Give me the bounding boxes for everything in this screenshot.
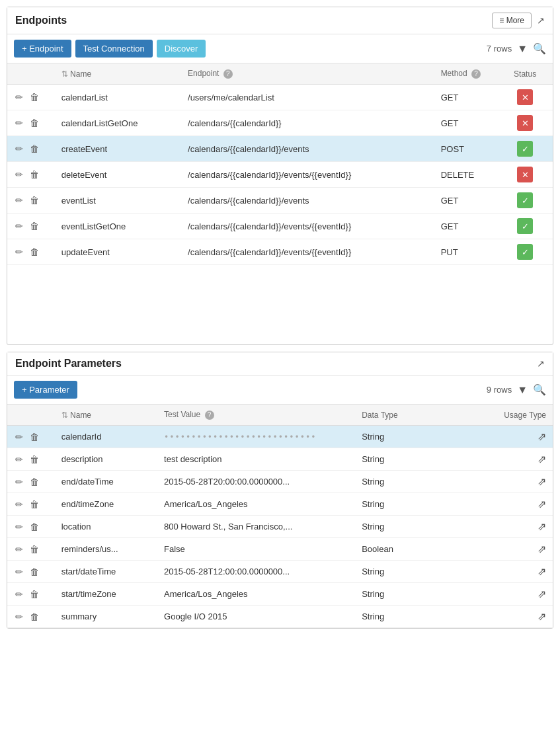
delete-icon[interactable]: 🗑 <box>28 247 40 257</box>
endpoint-row: ✏ 🗑 createEvent /calendars/{{calendarId}… <box>7 136 553 162</box>
param-test-value-cell: America/Los_Angeles <box>157 583 355 606</box>
endpoints-panel-title: Endpoints <box>15 15 67 26</box>
external-link-icon[interactable]: ⇗ <box>538 588 546 600</box>
row-actions: ✏ 🗑 <box>7 110 55 136</box>
edit-icon[interactable]: ✏ <box>14 143 24 154</box>
endpoint-path: /calendars/{{calendarId}} <box>181 110 434 136</box>
param-usage-type: ⇗ <box>473 493 553 516</box>
params-search-icon[interactable]: 🔍 <box>533 383 546 396</box>
param-row: ✏ 🗑 end/dateTime 2015-05-28T20:00:00.000… <box>7 471 553 493</box>
param-edit-icon[interactable]: ✏ <box>14 454 24 465</box>
params-col-header-datatype: Data Type <box>355 405 473 426</box>
endpoint-status: ✕ <box>497 162 553 188</box>
param-row: ✏ 🗑 summary Google I/O 2015 String ⇗ <box>7 606 553 628</box>
param-row-actions: ✏ 🗑 <box>7 426 55 448</box>
test-connection-button[interactable]: Test Connection <box>75 40 153 58</box>
param-edit-icon[interactable]: ✏ <box>14 589 24 600</box>
discover-button[interactable]: Discover <box>157 40 206 58</box>
param-data-type: String <box>355 471 473 493</box>
param-delete-icon[interactable]: 🗑 <box>28 567 40 577</box>
external-link-icon[interactable]: ⇗ <box>538 611 546 622</box>
add-parameter-button[interactable]: + Parameter <box>14 381 77 399</box>
param-delete-icon[interactable]: 🗑 <box>28 454 40 465</box>
param-delete-icon[interactable]: 🗑 <box>28 589 40 600</box>
external-link-icon[interactable]: ⇗ <box>538 543 546 555</box>
test-value: False <box>164 544 185 554</box>
method-help-icon[interactable]: ? <box>471 69 481 79</box>
col-header-status: Status <box>497 63 553 85</box>
param-row-actions: ✏ 🗑 <box>7 471 55 493</box>
delete-icon[interactable]: 🗑 <box>28 118 40 128</box>
external-link-icon[interactable]: ⇗ <box>538 521 546 532</box>
delete-icon[interactable]: 🗑 <box>28 221 40 231</box>
col-header-name: ⇅ Name <box>55 63 181 85</box>
param-delete-icon[interactable]: 🗑 <box>28 544 40 555</box>
search-icon[interactable]: 🔍 <box>533 42 546 55</box>
params-toolbar-right: 9 rows ▼ 🔍 <box>487 383 546 396</box>
params-sort-icon[interactable]: ⇅ <box>61 411 68 420</box>
delete-icon[interactable]: 🗑 <box>28 195 40 206</box>
params-col-header-name: ⇅ Name <box>55 405 157 426</box>
delete-icon[interactable]: 🗑 <box>28 143 40 154</box>
param-edit-icon[interactable]: ✏ <box>14 544 24 555</box>
params-expand-icon[interactable]: ↗ <box>537 358 545 369</box>
test-value: 2015-05-28T12:00:00.0000000... <box>164 567 290 576</box>
endpoints-table-body: ✏ 🗑 calendarList /users/me/calendarList … <box>7 85 553 265</box>
param-delete-icon[interactable]: 🗑 <box>28 477 40 487</box>
endpoint-help-icon[interactable]: ? <box>223 69 233 79</box>
more-button[interactable]: ≡ More <box>492 13 532 28</box>
param-data-type: String <box>355 606 473 628</box>
delete-icon[interactable]: 🗑 <box>28 92 40 102</box>
param-delete-icon[interactable]: 🗑 <box>28 611 40 622</box>
edit-icon[interactable]: ✏ <box>14 118 24 128</box>
edit-icon[interactable]: ✏ <box>14 221 24 231</box>
edit-icon[interactable]: ✏ <box>14 169 24 180</box>
param-test-value-cell: False <box>157 538 355 561</box>
edit-icon[interactable]: ✏ <box>14 92 24 102</box>
param-test-value-cell: 2015-05-28T20:00:00.0000000... <box>157 471 355 493</box>
external-link-icon[interactable]: ⇗ <box>538 431 546 442</box>
status-success-icon: ✓ <box>517 192 533 208</box>
param-edit-icon[interactable]: ✏ <box>14 432 24 442</box>
param-edit-icon[interactable]: ✏ <box>14 477 24 487</box>
endpoints-panel: Endpoints ≡ More ↗ + Endpoint Test Conne… <box>7 7 553 345</box>
params-col-header-actions <box>7 405 55 426</box>
status-success-icon: ✓ <box>517 141 533 157</box>
external-link-icon[interactable]: ⇗ <box>538 498 546 510</box>
status-error-icon: ✕ <box>517 89 533 105</box>
delete-icon[interactable]: 🗑 <box>28 169 40 180</box>
row-actions: ✏ 🗑 <box>7 162 55 188</box>
testvalue-help-icon[interactable]: ? <box>205 411 214 420</box>
param-name: start/dateTime <box>55 561 157 583</box>
test-value: 2015-05-28T20:00:00.0000000... <box>164 477 290 487</box>
endpoint-method: GET <box>434 110 498 136</box>
param-edit-icon[interactable]: ✏ <box>14 611 24 622</box>
add-endpoint-button[interactable]: + Endpoint <box>14 40 71 58</box>
params-filter-icon[interactable]: ▼ <box>517 384 528 396</box>
param-edit-icon[interactable]: ✏ <box>14 522 24 532</box>
param-test-value-cell: Google I/O 2015 <box>157 606 355 628</box>
filter-icon[interactable]: ▼ <box>517 43 528 55</box>
param-test-value-cell: 2015-05-28T12:00:00.0000000... <box>157 561 355 583</box>
endpoint-method: GET <box>434 188 498 214</box>
test-value: 800 Howard St., San Francisco,... <box>164 522 292 532</box>
param-test-value-cell: America/Los_Angeles <box>157 493 355 516</box>
param-delete-icon[interactable]: 🗑 <box>28 432 40 442</box>
external-link-icon[interactable]: ⇗ <box>538 566 546 577</box>
param-row: ✏ 🗑 end/timeZone America/Los_Angeles Str… <box>7 493 553 516</box>
param-edit-icon[interactable]: ✏ <box>14 567 24 577</box>
external-link-icon[interactable]: ⇗ <box>538 476 546 487</box>
endpoint-method: DELETE <box>434 162 498 188</box>
edit-icon[interactable]: ✏ <box>14 195 24 206</box>
endpoint-path: /calendars/{{calendarId}}/events/{{event… <box>181 239 434 265</box>
expand-icon[interactable]: ↗ <box>537 15 545 26</box>
external-link-icon[interactable]: ⇗ <box>538 453 546 465</box>
param-delete-icon[interactable]: 🗑 <box>28 522 40 532</box>
sort-icon[interactable]: ⇅ <box>61 69 68 79</box>
param-delete-icon[interactable]: 🗑 <box>28 499 40 510</box>
param-edit-icon[interactable]: ✏ <box>14 499 24 510</box>
edit-icon[interactable]: ✏ <box>14 247 24 257</box>
params-panel-title: Endpoint Parameters <box>15 358 122 370</box>
endpoint-status: ✕ <box>497 85 553 110</box>
param-name: start/timeZone <box>55 583 157 606</box>
